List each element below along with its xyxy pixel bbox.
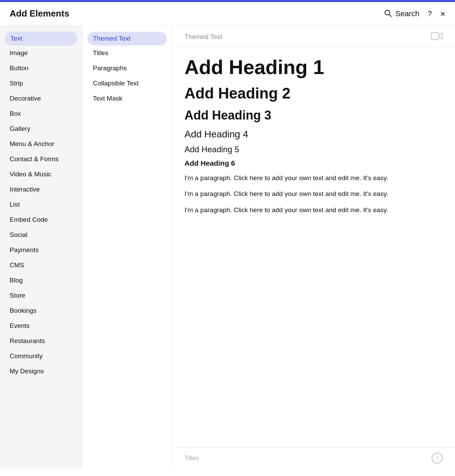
paragraph-2[interactable]: I'm a paragraph. Click here to add your … <box>184 189 443 199</box>
sidebar-item-events[interactable]: Events <box>0 318 82 333</box>
main-layout: Text Image Button Strip Decorative Box G… <box>0 25 455 468</box>
sidebar-item-payments[interactable]: Payments <box>0 242 82 258</box>
sidebar-item-strip[interactable]: Strip <box>0 76 82 91</box>
heading-5[interactable]: Add Heading 5 <box>184 145 443 154</box>
help-button[interactable]: ? <box>428 9 432 18</box>
search-icon <box>384 9 392 19</box>
sidebar-item-contact-forms[interactable]: Contact & Forms <box>0 152 82 167</box>
heading-6[interactable]: Add Heading 6 <box>184 159 443 167</box>
sidebar-item-menu-anchor[interactable]: Menu & Anchor <box>0 136 82 152</box>
heading-1[interactable]: Add Heading 1 <box>184 55 443 79</box>
middle-item-paragraphs[interactable]: Paragraphs <box>83 61 172 76</box>
svg-line-1 <box>389 14 391 17</box>
middle-item-collapsible-text[interactable]: Collapsible Text <box>83 76 172 91</box>
sidebar-item-image[interactable]: Image <box>0 45 82 61</box>
sidebar-item-box[interactable]: Box <box>0 106 82 121</box>
content-body: Add Heading 1 Add Heading 2 Add Heading … <box>172 47 455 447</box>
heading-4[interactable]: Add Heading 4 <box>184 129 443 140</box>
svg-rect-2 <box>431 33 439 40</box>
sidebar-item-decorative[interactable]: Decorative <box>0 91 82 106</box>
sidebar-item-video-music[interactable]: Video & Music <box>0 167 82 182</box>
close-button[interactable]: × <box>440 9 445 18</box>
paragraph-1[interactable]: I'm a paragraph. Click here to add your … <box>184 173 443 183</box>
sidebar-item-gallery[interactable]: Gallery <box>0 121 82 136</box>
info-icon-button[interactable]: i <box>432 453 443 464</box>
sidebar-item-button[interactable]: Button <box>0 61 82 76</box>
panel-title: Add Elements <box>10 8 69 19</box>
content-header: Themed Text <box>172 25 455 47</box>
middle-item-themed-text[interactable]: Themed Text <box>87 32 167 45</box>
middle-panel: Themed Text Titles Paragraphs Collapsibl… <box>83 25 172 468</box>
header-actions: Search ? × <box>384 9 445 19</box>
info-icon: i <box>436 455 438 461</box>
header: Add Elements Search ? × <box>0 2 455 25</box>
heading-2[interactable]: Add Heading 2 <box>184 85 443 102</box>
sidebar-item-list[interactable]: List <box>0 197 82 212</box>
sidebar-item-bookings[interactable]: Bookings <box>0 303 82 318</box>
sidebar: Text Image Button Strip Decorative Box G… <box>0 25 83 468</box>
svg-marker-3 <box>439 33 442 39</box>
sidebar-item-text[interactable]: Text <box>5 32 77 45</box>
sidebar-item-cms[interactable]: CMS <box>0 258 82 273</box>
sidebar-item-my-designs[interactable]: My Designs <box>0 364 82 379</box>
footer-label: Titles <box>184 455 199 462</box>
search-label: Search <box>395 9 420 18</box>
content-footer: Titles i <box>172 447 455 468</box>
sidebar-item-store[interactable]: Store <box>0 288 82 303</box>
middle-item-titles[interactable]: Titles <box>83 45 172 61</box>
video-icon[interactable] <box>431 32 443 42</box>
sidebar-item-interactive[interactable]: Interactive <box>0 182 82 197</box>
content-panel: Themed Text Add Heading 1 Add Heading 2 … <box>172 25 455 468</box>
sidebar-item-embed-code[interactable]: Embed Code <box>0 212 82 227</box>
search-button[interactable]: Search <box>384 9 420 19</box>
sidebar-item-social[interactable]: Social <box>0 227 82 242</box>
middle-item-text-mask[interactable]: Text Mask <box>83 91 172 106</box>
heading-3[interactable]: Add Heading 3 <box>184 108 443 123</box>
sidebar-item-restaurants[interactable]: Restaurants <box>0 333 82 349</box>
paragraph-3[interactable]: I'm a paragraph. Click here to add your … <box>184 205 443 215</box>
sidebar-item-community[interactable]: Community <box>0 349 82 364</box>
content-header-title: Themed Text <box>184 33 222 41</box>
sidebar-item-blog[interactable]: Blog <box>0 273 82 288</box>
